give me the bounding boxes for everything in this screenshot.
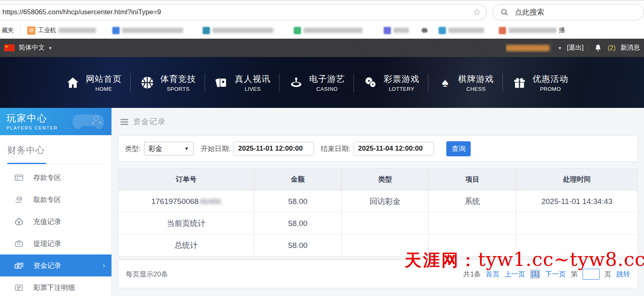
sidebar-item-withdrawal-record[interactable]: 提现记录 — [0, 232, 111, 254]
nav-label-zh: 电子游艺 — [309, 73, 345, 85]
nav-item-promo[interactable]: 优惠活动 PROMO — [503, 73, 577, 92]
bookmarks-bar: 藏夹 萌 工业机 — [0, 22, 644, 39]
time-cell: 2025-11-01 14:34:43 — [516, 190, 637, 212]
money-bag-icon — [14, 217, 24, 226]
column-header: 类型 — [341, 169, 428, 190]
bell-icon[interactable] — [594, 44, 603, 53]
nav-item-home[interactable]: 网站首页 HOME — [56, 73, 130, 92]
url-text[interactable]: https://658065.com/hhcp/usercenter.html?… — [2, 8, 473, 16]
list-icon — [14, 283, 24, 292]
jump-link[interactable]: 跳转 — [616, 270, 630, 279]
summary-amount-cell: 58.00 — [254, 234, 341, 256]
blurred-text — [122, 28, 183, 33]
per-page-label: 每页显示20条 — [126, 270, 168, 279]
search-box[interactable] — [493, 4, 644, 20]
end-date-input[interactable] — [354, 142, 434, 156]
query-button[interactable]: 查询 — [446, 141, 471, 156]
total-count-label: 共1条 — [463, 270, 481, 279]
language-selector[interactable]: 简体中文 — [19, 44, 45, 52]
gear-favicon-icon — [420, 26, 428, 34]
empty-cell — [428, 234, 516, 256]
empty-cell — [516, 212, 637, 234]
total-summary-row: 总统计 58.00 — [118, 234, 637, 256]
next-page-link[interactable]: 下一页 — [545, 270, 566, 279]
bookmarks-separator — [20, 26, 21, 35]
message-count-badge[interactable]: (2) — [607, 44, 616, 52]
search-input[interactable] — [515, 8, 636, 17]
hamburger-icon — [120, 119, 128, 125]
filter-bar: 类型: 彩金 ▼ 开始日期: 结束日期: 查询 — [118, 136, 638, 162]
column-header: 处理时间 — [516, 169, 637, 190]
username-blurred[interactable] — [506, 45, 550, 51]
start-date-input[interactable] — [234, 142, 314, 156]
chevron-right-icon: › — [103, 262, 105, 269]
bookmark-item[interactable] — [439, 27, 484, 34]
table-row: 17619750068 46466 58.00 回访彩金 系统 2025-11-… — [118, 190, 637, 212]
nav-label-zh: 体育竞技 — [160, 73, 196, 85]
bookmark-item[interactable] — [294, 27, 362, 34]
table-header-row: 订单号 金额 类型 项目 处理时间 — [118, 169, 637, 190]
empty-cell — [341, 234, 428, 256]
page-jump-input[interactable] — [583, 269, 600, 280]
blurred-text — [509, 28, 557, 33]
nav-item-chess[interactable]: ♠ 棋牌游戏 CHESS — [428, 73, 502, 92]
nav-item-casino[interactable]: 电子游艺 CASINO — [279, 73, 354, 92]
sidebar-item-lottery-bet-detail[interactable]: 彩票下注明细 — [0, 276, 111, 296]
favicon-icon — [499, 27, 506, 34]
nav-label-zh: 网站首页 — [86, 73, 122, 85]
nav-item-sports[interactable]: 体育竞技 SPORTS — [131, 73, 205, 92]
sidebar-item-withdraw[interactable]: 取款专区 — [0, 189, 111, 210]
nav-label-en: HOME — [96, 86, 112, 92]
main-navigation: 网站首页 HOME 体育竞技 SPORTS 真人视讯 LIVES — [0, 57, 644, 108]
bookmark-item[interactable] — [384, 27, 409, 34]
hand-money-icon — [14, 195, 24, 204]
nav-label-en: SPORTS — [167, 86, 190, 92]
bookmark-item[interactable] — [203, 27, 273, 34]
bank-card-icon — [14, 173, 24, 182]
bookmark-item[interactable] — [420, 26, 428, 34]
empty-cell — [516, 234, 637, 256]
sidebar-item-deposit[interactable]: 存款专区 — [0, 167, 111, 189]
pagination-bar: 每页显示20条 共1条 首页 上一页 [1] 下一页 第 页 跳转 — [118, 260, 638, 288]
main-content: 资金记录 类型: 彩金 ▼ 开始日期: 结束日期: 查询 订单号 金额 类型 项… — [112, 108, 644, 296]
order-no-cell: 17619750068 46466 — [118, 190, 254, 212]
banknotes-icon — [14, 261, 24, 270]
nav-item-lottery[interactable]: 彩票游戏 LOTTERY — [354, 73, 428, 92]
funds-record-table: 订单号 金额 类型 项目 处理时间 17619750068 46466 58.0… — [118, 168, 638, 257]
order-no-blurred: 46466 — [199, 197, 221, 206]
bookmark-item[interactable] — [112, 27, 183, 34]
bookmark-item[interactable]: 萌 工业机 — [27, 26, 96, 35]
bookmark-item[interactable]: 播 — [499, 26, 565, 34]
nav-item-lives[interactable]: 真人视讯 LIVES — [205, 73, 279, 92]
end-date-label: 结束日期: — [321, 144, 350, 153]
summary-label-cell: 总统计 — [118, 234, 254, 256]
sidebar-item-label: 提现记录 — [33, 239, 61, 248]
page-title: 资金记录 — [133, 116, 166, 127]
sidebar-item-label: 取款专区 — [33, 195, 61, 204]
sidebar-item-label: 资金记录 — [33, 261, 61, 270]
user-caret-icon[interactable]: ▼ — [558, 46, 562, 50]
logout-button[interactable]: [退出] — [567, 44, 584, 52]
search-icon — [500, 8, 509, 17]
nav-label-zh: 真人视讯 — [235, 73, 271, 85]
sidebar-item-recharge-record[interactable]: 充值记录 — [0, 210, 111, 232]
type-select[interactable]: 彩金 ▼ — [144, 142, 194, 156]
empty-cell — [428, 212, 516, 234]
first-page-link[interactable]: 首页 — [486, 270, 500, 279]
bookmark-folder[interactable]: 藏夹 — [2, 26, 14, 34]
nav-label-en: CASINO — [317, 86, 338, 92]
type-cell: 回访彩金 — [341, 190, 428, 212]
players-center-banner: 玩家中心 PLAYERS CENTER — [0, 108, 111, 135]
bookmark-star-icon[interactable]: ☆ — [473, 8, 481, 17]
address-bar[interactable]: https://658065.com/hhcp/usercenter.html?… — [0, 4, 487, 20]
language-caret-icon[interactable]: ▼ — [48, 46, 52, 50]
start-date-label: 开始日期: — [201, 144, 231, 153]
gift-icon — [511, 75, 528, 91]
sidebar-item-funds-record[interactable]: 资金记录 › — [0, 254, 111, 276]
message-link[interactable]: 新消息 — [620, 44, 640, 52]
topbar-divider — [588, 44, 589, 52]
column-header: 订单号 — [118, 169, 254, 190]
roulette-icon — [288, 75, 304, 91]
select-caret-icon: ▼ — [184, 146, 189, 151]
prev-page-link[interactable]: 上一页 — [504, 270, 525, 279]
